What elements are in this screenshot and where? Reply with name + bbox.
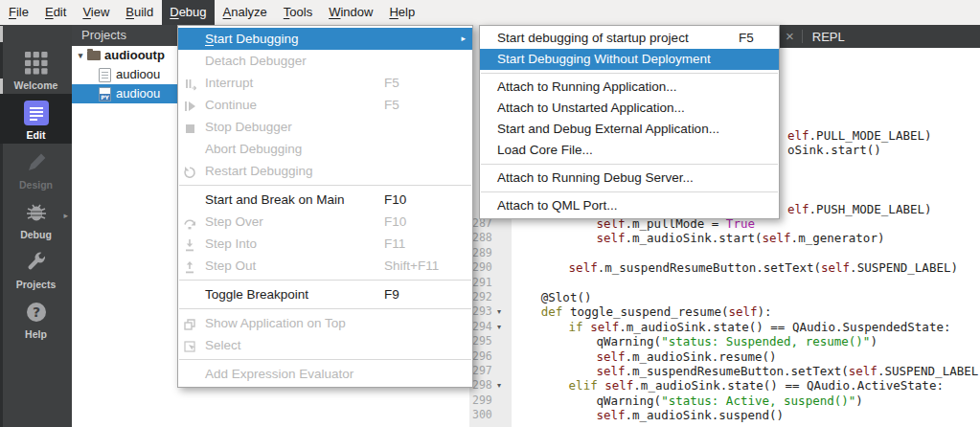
fold-marker-icon[interactable]: ▾ [497,320,501,335]
continue-icon [183,98,196,111]
line-number[interactable]: 294 [472,320,492,335]
menu-item-restart-debugging[interactable]: Restart Debugging [178,160,472,182]
menu-item-label: Continue [205,98,257,112]
menu-item-interrupt[interactable]: InterruptF5 [178,72,472,94]
mode-debug[interactable]: Debug▸ [0,193,72,243]
interrupt-icon [183,76,196,89]
select-icon [183,338,196,351]
menu-item-start-debugging-of-startup-project[interactable]: Start debugging of startup projectF5 [480,28,779,49]
menu-item-label: Restart Debugging [205,164,313,178]
menu-item-label: Start and Break on Main [205,192,345,207]
line-number[interactable]: 293 [472,304,492,320]
menu-item-show-application-on-top[interactable]: Show Application on Top [178,312,472,334]
code-line-298: elif self.m_audioSink.state() == QAudio.… [569,378,944,393]
line-number[interactable]: 300 [472,408,492,423]
menu-item-load-core-file[interactable]: Load Core File... [480,140,779,161]
code-line-partial-282: oSink.start() [787,143,881,158]
menubar-item-build[interactable]: Build [118,0,161,25]
menu-item-label: Start debugging of startup project [497,31,689,45]
tree-indent [72,84,85,103]
menu-separator [481,73,778,74]
mode-help[interactable]: ?Help [0,293,72,343]
menu-item-label: Attach to Running Application... [497,79,677,94]
tab-repl[interactable]: REPL [803,30,845,44]
code-line-partial-286: elf.PUSH_MODE_LABEL) [787,202,932,217]
line-number[interactable]: 295 [472,334,492,349]
menubar-item-analyze[interactable]: Analyze [216,0,275,25]
menu-item-label: Step Into [205,236,257,251]
menu-item-start-debugging-without-deployment[interactable]: Start Debugging Without Deployment [480,49,779,70]
menu-item-toggle-breakpoint[interactable]: Toggle BreakpointF9 [178,283,472,305]
line-number[interactable]: 292 [472,290,492,305]
menubar-item-file[interactable]: File [1,0,36,25]
menu-separator [481,164,778,165]
menu-item-stop-debugger[interactable]: Stop Debugger [178,116,472,138]
mode-projects[interactable]: Projects [0,243,72,293]
code-line-295: qWarning("status: Suspended, resume()") [596,334,877,349]
menu-item-step-over[interactable]: Step OverF10 [178,211,472,233]
edge-segment [0,26,3,42]
line-number[interactable]: 288 [472,231,492,246]
wrench-icon [0,243,72,279]
mode-label: Help [0,328,72,340]
menubar-item-edit[interactable]: Edit [37,0,74,25]
menu-item-label: Show Application on Top [205,316,346,330]
menu-item-attach-to-running-debug-server[interactable]: Attach to Running Debug Server... [480,168,779,189]
line-number[interactable]: 298 [472,378,492,393]
code-line-299: qWarning("status: Active, suspend()") [596,393,862,409]
line-number[interactable]: 291 [472,276,492,291]
menu-item-step-into[interactable]: Step IntoF11 [178,233,472,255]
menu-item-attach-to-running-application[interactable]: Attach to Running Application... [480,77,779,98]
code-line-288: self.m_audioSink.start(self.m_generator) [596,231,884,246]
step-into-icon [183,236,196,250]
line-number[interactable]: 290 [472,260,492,276]
mode-label: Welcome [0,79,72,91]
menu-item-label: Abort Debugging [205,142,302,156]
debug-menu: Start Debugging▸Detach DebuggerInterrupt… [177,25,473,388]
menu-item-select[interactable]: Select [178,334,472,356]
menu-item-attach-to-unstarted-application[interactable]: Attach to Unstarted Application... [480,98,779,119]
menu-item-label: Toggle Breakpoint [205,287,308,302]
expand-arrow-icon[interactable]: ▾ [74,46,87,65]
menu-item-start-and-debug-external-application[interactable]: Start and Debug External Application... [480,119,779,140]
menubar: FileEditViewBuildDebugAnalyzeToolsWindow… [0,0,980,25]
menubar-item-window[interactable]: Window [321,0,380,25]
menu-item-start-and-break-on-main[interactable]: Start and Break on MainF10 [178,189,472,211]
mode-welcome[interactable]: Welcome [0,44,72,94]
line-number[interactable]: 297 [472,364,492,379]
line-number[interactable]: 299 [472,393,492,409]
menu-item-label: Attach to Running Debug Server... [497,170,694,185]
menu-item-label: Start Debugging [205,32,299,46]
close-icon[interactable]: × [776,25,802,48]
menu-separator [179,280,471,281]
menu-item-detach-debugger[interactable]: Detach Debugger [178,50,472,72]
tree-item-label: audioou [116,84,160,103]
line-number[interactable]: 296 [472,349,492,365]
mode-label: Design [0,179,72,191]
menu-item-label: Interrupt [205,76,253,90]
menubar-item-help[interactable]: Help [381,0,422,25]
mode-edit[interactable]: Edit [0,94,72,144]
bug-icon [0,193,72,229]
fold-marker-icon[interactable]: ▾ [497,304,501,320]
show-app-icon [183,316,196,329]
menu-item-label: Add Expression Evaluator [205,367,353,381]
mode-design[interactable]: Design [0,144,72,193]
code-line-300: self.m_audioSink.suspend() [596,408,784,423]
fold-marker-icon[interactable]: ▾ [497,378,501,393]
menu-item-abort-debugging[interactable]: Abort Debugging [178,138,472,160]
menubar-item-tools[interactable]: Tools [276,0,320,25]
menu-item-continue[interactable]: ContinueF5 [178,94,472,116]
menubar-item-view[interactable]: View [75,0,117,25]
menu-item-shortcut: F5 [384,94,399,116]
menu-item-attach-to-qml-port[interactable]: Attach to QML Port... [480,195,779,216]
menu-item-label: Load Core File... [497,143,593,157]
menubar-item-debug[interactable]: Debug [162,0,214,25]
menu-item-add-expression-evaluator[interactable]: Add Expression Evaluator [178,363,472,385]
menu-item-label: Attach to QML Port... [497,198,618,213]
flyout-arrow-icon: ▸ [63,211,68,220]
menu-item-step-out[interactable]: Step OutShift+F11 [178,255,472,277]
line-number[interactable]: 289 [472,246,492,261]
help-icon: ? [0,293,72,328]
menu-item-start-debugging[interactable]: Start Debugging▸ [178,28,472,50]
